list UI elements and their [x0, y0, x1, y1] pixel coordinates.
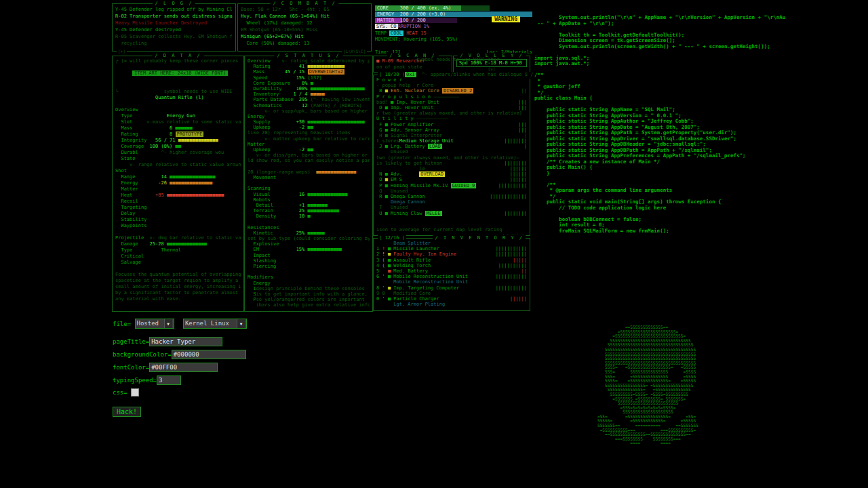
- text-row: r two (greater always maxed, and other i…: [376, 110, 527, 116]
- status-panel: / S T A T U S / Overview v- rating scale…: [244, 56, 373, 312]
- text-row: Rating 8 PROTOTYPE: [115, 131, 241, 138]
- text-row: Lgt. Armor Plating: [376, 302, 527, 307]
- text-row: [248, 180, 370, 186]
- text-row: Delay: [115, 211, 241, 217]
- text-row: [115, 229, 241, 235]
- text-row: Upkeep -2 ■■: [248, 147, 370, 152]
- text-row: [115, 101, 241, 107]
- text-row: P ■ Homing Missile Mk.IV GUIDED 9|||||||…: [376, 183, 527, 188]
- text-row: v- range relative to static value around…: [115, 162, 241, 168]
- file-source-select[interactable]: Hosted ▼: [135, 319, 174, 329]
- text-row: Explosive: [248, 241, 370, 247]
- page-title-input[interactable]: Hacker Typer: [149, 337, 222, 346]
- text-row: Energy: [248, 114, 370, 119]
- text-row: any material with ease.: [115, 296, 241, 302]
- text-row: Minigun (65+2=67%) Hit: [241, 33, 368, 40]
- text-row: Y-45 Defender destroyed: [115, 26, 233, 33]
- text-row: State: [115, 156, 241, 162]
- text-row: Critical: [115, 253, 241, 260]
- text-row: Salvage: [115, 260, 241, 266]
- text-row: Piercing: [248, 264, 370, 269]
- text-row: Schematics 12 (PARTS) / (ROBOTS): [248, 103, 370, 108]
- text-row: Durability 100% ■■■■■■■■■■■■■■■■■■■: [248, 86, 370, 92]
- text-row: ITEM ART HERE: 24x10 (WIDE FONT): [115, 70, 241, 77]
- text-row: Targeting: [115, 205, 241, 211]
- text-row: like 20) representing heaviest items: [248, 130, 370, 136]
- inventory-count: ( 12/16 ): [378, 235, 406, 241]
- typing-speed-input[interactable]: 3: [157, 375, 181, 385]
- volley-toggle[interactable]: [v]: [454, 67, 530, 71]
- text-row: [248, 269, 370, 274]
- text-row: Matter: [248, 142, 370, 147]
- font-color-row: fontColor=#00FF00: [113, 363, 289, 373]
- text-row: Wheel (17%) damaged: 12: [241, 20, 368, 26]
- hack-button[interactable]: Hack!: [113, 407, 141, 417]
- warning-badge: WARNING: [492, 16, 520, 22]
- text-row: Speed 15% (132): [248, 75, 370, 81]
- text-row: v- or diss/gen, bars based on higher or: [248, 152, 370, 158]
- typing-speed-label: typingSpeed=: [113, 377, 157, 384]
- text-row: Resistances: [248, 225, 370, 230]
- text-row: set by sub-type (could consider coloring…: [248, 236, 370, 241]
- text-row: Q Unused: [376, 188, 527, 194]
- core-status-panel: CORE 300 / 400 (ex. 4%)ENERGY 200 / 200 …: [375, 5, 532, 56]
- text-row: Omega Cannon: [376, 199, 527, 205]
- text-row: [375, 43, 532, 50]
- text-row: is likely to get hitnon||||||||: [376, 161, 527, 166]
- text-row: Impact: [248, 253, 370, 258]
- text-row: Mass 45 / 15 OVERWEIGHTx2: [248, 69, 370, 75]
- text-row: Parts Database 295 (^- having low invent…: [248, 97, 370, 102]
- combat-panel-footer: |L\R\S\C|: [342, 49, 367, 54]
- background-color-row: backgroundColor=#000000: [113, 350, 289, 360]
- background-color-label: backgroundColor=: [113, 351, 172, 358]
- ascii-skull-art: ==5555555555555== =555555555555555555555…: [587, 325, 698, 446]
- text-row: Supply +30 ■■■■■■■■■■■■■■■■■■■■: [248, 119, 370, 125]
- file-select[interactable]: Kernel Linux ▼: [183, 319, 247, 329]
- text-row: 1 ! ■ Missile Launcher|||||||||||: [376, 246, 527, 251]
- text-row: [115, 83, 241, 89]
- text-row: ld show red, so you can easily notice a …: [248, 158, 370, 163]
- text-row: 2 ! ■ Faulty Hvy. Ion Engine|||||||||||: [376, 251, 527, 257]
- text-row: [115, 266, 241, 272]
- text-row: EM 15% ■■■■■■■■■■■■: [248, 247, 370, 252]
- css-checkbox[interactable]: [131, 388, 139, 396]
- font-color-input[interactable]: #00FF00: [149, 363, 218, 372]
- css-row: css=: [113, 388, 289, 399]
- text-row: Idesign principle behind these consoles: [248, 286, 370, 291]
- text-row: Range 14 ■■■■■■■■■■■■■■■■: [115, 174, 241, 180]
- text-row: Mass 6 ■■■■■■: [115, 125, 241, 131]
- text-row: Focuses the quantum potential of overlap…: [115, 272, 241, 278]
- text-row: Inventory 1 / 4 ■■■■■: [248, 92, 370, 97]
- inventory-panel: ( 12/16 ) / I N V E N T O R Y / Beam Spl…: [373, 238, 530, 311]
- core-status-lines: SYS. CORRUPTION 1%TEMP COOL HEAT 15MOVEM…: [375, 24, 532, 56]
- text-row: Damage 25-28 ■■■■■■■■■■■■■■: [115, 241, 241, 247]
- file-source-value: Hosted: [137, 320, 159, 327]
- text-row: Modifiers: [248, 274, 370, 280]
- text-row: 5 ■ Med. Battery||: [376, 268, 527, 274]
- text-row: Density 10 ■: [248, 214, 370, 219]
- text-row: small amount of initial energy, increasi…: [115, 284, 241, 290]
- text-row: [115, 64, 241, 70]
- text-row: Energy -26 ■■■■■■■■■■■■■■■: [115, 180, 241, 186]
- text-row: Energy: [248, 281, 370, 286]
- text-row: G ■ Adv. Sensor Array|||: [376, 127, 527, 133]
- text-row: Coverage 100 (8%) ■■: [115, 144, 241, 150]
- text-row: B ■ Enh. Nuclear Core DISABLED 2||: [376, 88, 527, 94]
- text-row: Slot v-mass relative to some static valu…: [115, 119, 241, 125]
- text-row: Stability: [115, 217, 241, 223]
- data-panel: / D A T A / ┌ (= will probably keep thes…: [112, 56, 244, 312]
- text-row: U t i l i t y ———————————: [376, 116, 527, 121]
- text-row: [115, 77, 241, 83]
- chevron-down-icon: ▼: [164, 319, 172, 328]
- background-color-input[interactable]: #000000: [172, 350, 246, 359]
- code-editor[interactable]: System.out.println("\r\n" + AppName + "\…: [534, 15, 868, 234]
- text-row: recycling: [115, 40, 233, 47]
- log-panel: / L O G / Y-45 Defender leg ripped off b…: [112, 3, 236, 52]
- text-row: Heavy Missile Launcher Destroyed: [115, 20, 233, 26]
- parts-panel: ( 18/30 )0x1 ^- appears/blinks when has …: [373, 75, 530, 236]
- text-row: Upkeep -2 ■■: [248, 125, 370, 130]
- text-row: Core (50%) damaged: 13: [241, 40, 368, 47]
- combat-panel-title: / C O M B A T /: [270, 1, 338, 6]
- text-row: Quantum Rifle (l): [115, 95, 241, 101]
- text-row: Projectile v- dmg bar relative to static…: [115, 235, 241, 241]
